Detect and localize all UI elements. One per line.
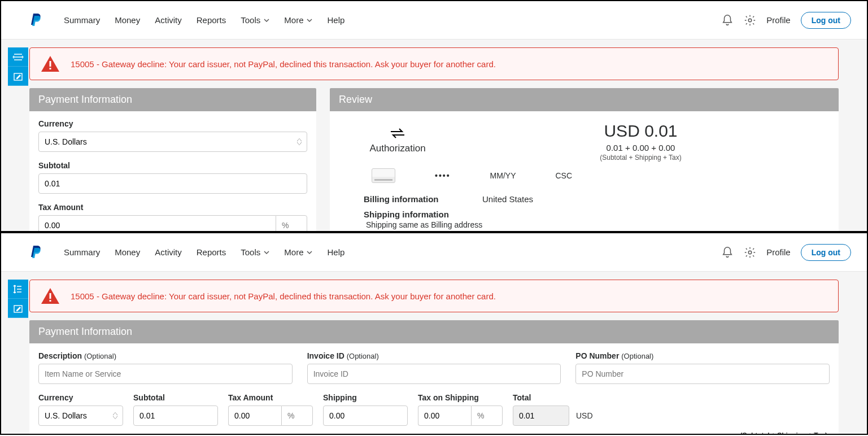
subtotal-input[interactable] bbox=[133, 406, 218, 426]
nav-reports[interactable]: Reports bbox=[189, 247, 234, 257]
billing-info-value: United States bbox=[482, 194, 533, 204]
panel-title: Payment Information bbox=[29, 88, 316, 111]
side-tool-edit[interactable] bbox=[8, 67, 28, 86]
review-breakdown-note: (Subtotal + Shipping + Tax) bbox=[454, 154, 827, 162]
total-currency-label: USD bbox=[576, 411, 593, 420]
review-panel: Review Authorization bbox=[330, 88, 839, 231]
expand-vertical-icon bbox=[13, 284, 23, 294]
paypal-logo-icon bbox=[28, 245, 42, 260]
warning-triangle-icon bbox=[41, 56, 59, 72]
nav-more[interactable]: More bbox=[277, 15, 320, 25]
svg-rect-7 bbox=[50, 300, 51, 302]
billing-info-label: Billing information bbox=[364, 194, 460, 204]
error-alert: 15005 - Gateway decline: Your card issue… bbox=[29, 47, 839, 80]
nav-more-label: More bbox=[284, 15, 303, 25]
nav-money[interactable]: Money bbox=[107, 247, 147, 257]
tax-amount-label: Tax Amount bbox=[38, 203, 307, 212]
invoice-id-input[interactable] bbox=[307, 364, 561, 384]
description-label: Description (Optional) bbox=[38, 351, 293, 360]
edit-icon bbox=[13, 303, 23, 313]
paypal-logo-icon bbox=[28, 12, 42, 28]
error-alert: 15005 - Gateway decline: Your card issue… bbox=[29, 280, 839, 312]
chevron-down-icon bbox=[264, 250, 269, 255]
side-tool-expand[interactable] bbox=[8, 47, 28, 67]
nav-tools[interactable]: Tools bbox=[233, 247, 277, 257]
nav-tools[interactable]: Tools bbox=[233, 15, 277, 25]
tax-percent-input[interactable] bbox=[276, 215, 307, 231]
nav-help[interactable]: Help bbox=[320, 15, 352, 25]
top-nav: Summary Money Activity Reports Tools Mor… bbox=[1, 1, 867, 40]
gear-icon[interactable] bbox=[744, 14, 756, 27]
total-label: Total bbox=[513, 393, 593, 402]
total-footnote: (Subtotal + Shipping + Tax) bbox=[38, 431, 830, 434]
bell-icon[interactable] bbox=[721, 246, 734, 259]
tax-amount-input[interactable] bbox=[38, 215, 276, 231]
expand-horizontal-icon bbox=[12, 52, 24, 62]
card-csc: CSC bbox=[556, 171, 573, 180]
payment-info-panel: Payment Information Currency U.S. Dollar… bbox=[29, 88, 316, 231]
top-nav: Summary Money Activity Reports Tools Mor… bbox=[1, 233, 867, 272]
logout-button[interactable]: Log out bbox=[801, 244, 851, 261]
svg-point-0 bbox=[748, 19, 752, 22]
review-title: Review bbox=[330, 88, 839, 111]
subtotal-label: Subtotal bbox=[38, 161, 307, 170]
screenshot-1: Summary Money Activity Reports Tools Mor… bbox=[0, 0, 868, 232]
nav-help[interactable]: Help bbox=[320, 247, 352, 257]
po-number-label: PO Number (Optional) bbox=[575, 351, 830, 360]
currency-label: Currency bbox=[38, 393, 123, 402]
review-total-amount: USD 0.01 bbox=[454, 121, 827, 141]
po-number-input[interactable] bbox=[575, 364, 830, 384]
side-toolbar bbox=[8, 47, 28, 86]
side-tool-expand[interactable] bbox=[8, 280, 28, 299]
side-tool-edit[interactable] bbox=[8, 299, 28, 318]
alert-message: 15005 - Gateway decline: Your card issue… bbox=[71, 291, 496, 301]
gear-icon[interactable] bbox=[744, 246, 756, 259]
tax-on-shipping-percent-input[interactable] bbox=[471, 406, 503, 426]
subtotal-input[interactable] bbox=[38, 173, 307, 194]
nav-summary[interactable]: Summary bbox=[56, 247, 107, 257]
shipping-info-label: Shipping information bbox=[364, 210, 827, 219]
logout-button[interactable]: Log out bbox=[801, 12, 851, 29]
nav-profile[interactable]: Profile bbox=[766, 247, 791, 257]
exchange-arrows-icon bbox=[390, 128, 405, 138]
svg-point-4 bbox=[748, 251, 752, 254]
side-toolbar bbox=[8, 280, 28, 318]
authorization-label: Authorization bbox=[341, 143, 454, 154]
nav-activity[interactable]: Activity bbox=[147, 15, 189, 25]
svg-rect-2 bbox=[50, 61, 51, 67]
nav-more[interactable]: More bbox=[277, 247, 320, 257]
currency-select[interactable]: U.S. Dollars bbox=[38, 132, 307, 152]
tax-amount-input[interactable] bbox=[228, 406, 281, 426]
chevron-down-icon bbox=[307, 250, 312, 255]
chevron-down-icon bbox=[264, 18, 269, 23]
shipping-info-text: Shipping same as Billing address bbox=[364, 220, 827, 229]
bell-icon[interactable] bbox=[721, 14, 734, 27]
nav-reports[interactable]: Reports bbox=[189, 15, 234, 25]
shipping-input[interactable] bbox=[323, 406, 408, 426]
currency-select[interactable]: U.S. Dollars bbox=[38, 406, 123, 426]
invoice-id-label: Invoice ID (Optional) bbox=[307, 351, 561, 360]
description-input[interactable] bbox=[38, 364, 293, 384]
tax-amount-label: Tax Amount bbox=[228, 393, 313, 402]
card-icon bbox=[372, 168, 395, 183]
alert-message: 15005 - Gateway decline: Your card issue… bbox=[71, 59, 496, 69]
currency-label: Currency bbox=[38, 119, 307, 128]
card-last4-dots: •••• bbox=[435, 171, 451, 180]
nav-summary[interactable]: Summary bbox=[56, 15, 107, 25]
payment-info-panel: Payment Information Description (Optiona… bbox=[29, 320, 839, 434]
screenshot-2: Summary Money Activity Reports Tools Mor… bbox=[0, 232, 868, 435]
tax-on-shipping-input[interactable] bbox=[418, 406, 471, 426]
svg-rect-6 bbox=[50, 293, 51, 299]
svg-rect-3 bbox=[50, 68, 51, 69]
shipping-label: Shipping bbox=[323, 393, 408, 402]
nav-more-label: More bbox=[284, 247, 303, 257]
warning-triangle-icon bbox=[41, 288, 59, 304]
tax-percent-input[interactable] bbox=[281, 406, 313, 426]
nav-activity[interactable]: Activity bbox=[147, 247, 189, 257]
edit-icon bbox=[13, 71, 23, 81]
nav-profile[interactable]: Profile bbox=[766, 15, 791, 25]
total-input bbox=[513, 406, 569, 426]
nav-money[interactable]: Money bbox=[107, 15, 147, 25]
subtotal-label: Subtotal bbox=[133, 393, 218, 402]
nav-tools-label: Tools bbox=[241, 247, 260, 257]
